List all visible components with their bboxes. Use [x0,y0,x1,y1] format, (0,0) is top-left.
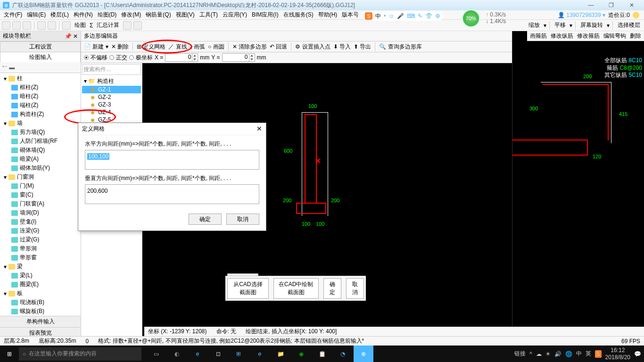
circle-btn[interactable]: ○ 画圆 [208,43,224,51]
tree-item[interactable]: 过梁(G) [0,235,81,244]
task-view-icon[interactable]: ▭ [146,346,166,362]
comp-item[interactable]: GZ-3 [82,101,141,108]
percent-bubble[interactable]: 70% [462,9,480,27]
network-icon[interactable]: 🌐 [565,351,572,357]
component-tree[interactable]: ▾柱框柱(Z)暗柱(Z)端柱(Z)构造柱(Z)▾墙剪力墙(Q)人防门框墙(RF砌… [0,73,81,316]
tree-item[interactable]: 暗柱(Z) [0,92,81,101]
save-file-icon[interactable] [23,21,31,30]
floor-label[interactable]: 选择楼层 [616,21,642,29]
maximize-button[interactable]: ❐ [602,2,621,8]
dialog-cancel-btn[interactable]: 取消 [226,214,259,225]
rotate-label[interactable]: 屏幕旋转 [578,21,605,29]
menu-item[interactable]: BIM应用(I) [250,11,281,19]
dialog-ok-btn[interactable]: 确定 [189,214,222,225]
tree-item[interactable]: 门(M) [0,181,81,190]
menu-item[interactable]: 帮助(H) [316,11,339,19]
radio-no-offset[interactable] [84,55,89,60]
line-btn[interactable]: ／ 直线 [168,43,187,51]
dialog-title-bar[interactable]: 定义网格 ✕ [78,123,266,135]
canvas-tb-btn[interactable]: 编辑弯钩 [603,32,626,40]
grid-btn[interactable]: ⊞ 定义网格 [137,43,165,51]
tree-item[interactable]: 墙洞(D) [0,208,81,217]
explorer-icon[interactable]: 📁 [271,346,290,362]
tree-item[interactable]: 梁(L) [0,271,81,280]
cad-select-btn[interactable]: 从CAD选择截面图 [227,278,269,299]
canvas-tb-btn[interactable]: 修改纵筋 [551,32,573,40]
tree-item[interactable]: 螺旋板(B) [0,307,81,316]
summary-label[interactable]: 汇总计算 [95,21,121,29]
menu-item[interactable]: 工具(T) [198,11,220,19]
tree-item[interactable]: 暗梁(A) [0,155,81,164]
menu-item[interactable]: 钢筋量(Q) [144,11,173,19]
tray-icon-1[interactable]: ☁ [536,351,542,357]
notification-icon[interactable]: 💬 [634,351,641,357]
menu-item[interactable]: 修改(M) [119,11,143,19]
tree-item[interactable]: 带形窗 [0,253,81,262]
tree-item[interactable]: ▾柱 [0,74,81,83]
app-icon-6[interactable]: ◔ [333,346,353,362]
tree-item[interactable]: ▾梁 [0,262,81,271]
system-tray[interactable]: 链接 ^ ☁ ☀ 🔊 🌐 中 英 S 16:12 2018/8/20 💬 [514,347,644,361]
tray-icon-2[interactable]: ☀ [545,351,551,357]
insert-pt-btn[interactable]: ⚙ 设置插入点 [295,43,330,51]
tree-item[interactable]: 构造柱(Z) [0,110,81,119]
redo-icon[interactable] [48,21,56,30]
tree-item[interactable]: 框柱(Z) [0,83,81,92]
tree-item[interactable]: 带形洞 [0,244,81,253]
menu-item[interactable]: 版本号 [340,11,361,19]
zoom-label[interactable]: 缩放 [527,21,542,29]
app-icon-4[interactable]: ◉ [291,346,311,362]
comp-item[interactable]: GZ-4 [82,108,141,116]
import-btn[interactable]: ⬇ 导入 [333,43,351,51]
tree-item[interactable]: 砌体加筋(Y) [0,164,81,173]
tree-item[interactable]: 端柱(Z) [0,101,81,110]
tree-item[interactable]: 连梁(G) [0,226,81,235]
search-input[interactable]: 搜索构件... [82,64,141,75]
volume-icon[interactable]: 🔊 [554,351,561,357]
dialog-close-icon[interactable]: ✕ [256,125,262,133]
x-input[interactable]: 0 [165,53,198,62]
new-btn[interactable]: 📄 新建 ▾ [84,43,108,51]
tab-draw-input[interactable]: 绘图输入 [0,52,81,62]
start-button[interactable]: ⊞ [0,351,19,357]
undo-icon[interactable] [37,21,46,30]
comp-root[interactable]: ▾ 📁 构造柱 [82,77,141,86]
clear-btn[interactable]: ✕ 清除多边形 [232,43,267,51]
windows-taskbar[interactable]: ⊞ ○ 在这里输入你要搜索的内容 ▭ ◐ e ⊡ ⛨ e 📁 ◉ 📋 ◔ ⊕ 链… [0,346,644,362]
ime-lang[interactable]: 中 [375,12,381,20]
radio-polar[interactable] [129,55,134,60]
y-input[interactable]: 0 [222,53,255,62]
taskbar-search[interactable]: ○ 在这里输入你要搜索的内容 [19,347,141,361]
v-spacing-input[interactable]: 200,600 [85,184,259,204]
draw-icon[interactable] [62,21,71,30]
app-icon-7[interactable]: ⊕ [354,346,373,362]
pan-label[interactable]: 平移 [553,21,568,29]
tb-icon-2[interactable] [133,21,142,30]
tray-up-icon[interactable]: ^ [529,351,532,357]
draw-label[interactable]: 绘图 [73,21,88,29]
radio-ortho[interactable] [109,55,114,60]
menu-item[interactable]: 视图(V) [174,11,197,19]
menu-item[interactable]: 文件(F) [2,11,24,19]
tree-item[interactable]: ▾墙 [0,119,81,128]
arc-btn[interactable]: ◟ 画弧 [190,43,205,51]
cancel-btn[interactable]: 取消 [346,278,364,299]
export-btn[interactable]: ⬆ 导出 [354,43,371,51]
comp-item[interactable]: GZ-1 [82,86,141,93]
tree-item[interactable]: 门联窗(A) [0,199,81,208]
ok-btn[interactable]: 确定 [323,278,341,299]
tree-item[interactable]: ▾板 [0,289,81,298]
tree-item[interactable]: 砌体墙(Q) [0,146,81,155]
tb-icon-1[interactable] [123,21,132,30]
tab-project-settings[interactable]: 工程设置 [0,41,81,52]
menu-item[interactable]: 构件(N) [72,11,95,19]
canvas-tb-btn[interactable]: 删除 [630,32,641,40]
left-toolbar[interactable]: ⁺⁻ ▬ [0,62,81,73]
menu-item[interactable]: 云应用(Y) [221,11,249,19]
side-canvas[interactable]: 画箍筋修改纵筋修改箍筋编辑弯钩删除 全部纵筋 8C10 箍筋 C8@200 其它… [512,31,644,338]
close-button[interactable]: ✕ [622,2,641,8]
new-file-icon[interactable] [2,21,10,30]
tree-item[interactable]: 窗(C) [0,190,81,199]
undo-btn[interactable]: ↶ 回退 [270,43,287,51]
single-input-btn[interactable]: 单构件输入 [0,316,81,327]
